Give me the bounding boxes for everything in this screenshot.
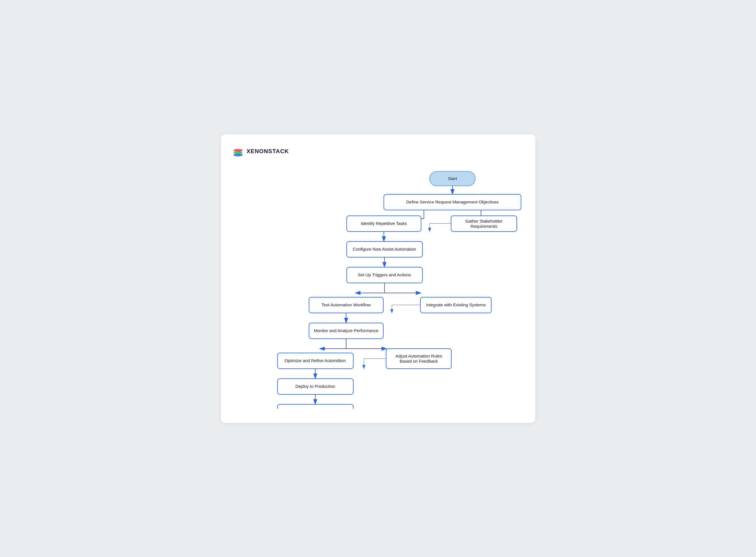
define-label: Define Service Request Management Object… — [406, 199, 499, 204]
start-label: Start — [448, 176, 457, 181]
logo: XENONSTACK — [232, 146, 524, 157]
deploy-label: Deploy to Production — [295, 383, 335, 388]
flowchart-svg: Start Define Service Request Management … — [232, 166, 524, 409]
adjust-label1: Adjust Automation Rules — [395, 353, 442, 358]
optimize-label: Optimize and Refine Automittion — [284, 358, 346, 363]
setup-label: Set Up Triggers and Actions — [358, 272, 411, 277]
test-label: Test Automation Workflow — [321, 302, 371, 307]
logo-text: XENONSTACK — [247, 148, 289, 155]
gather-label2: Requirements — [470, 224, 497, 228]
adjust-label2: Based on Feedback — [400, 358, 438, 363]
logo-icon — [232, 146, 244, 157]
configure-label: Configure Now Assist Automation — [353, 246, 416, 251]
svg-point-2 — [234, 149, 243, 152]
main-card: XENONSTACK Start Define Servic — [221, 134, 535, 423]
flowchart-diagram: Start Define Service Request Management … — [232, 166, 524, 409]
integrate-label: Integrate with Existing Systems — [426, 302, 485, 307]
continuous-node — [278, 404, 353, 409]
gather-label: Gather Stakeholder — [465, 218, 502, 223]
identify-label: Identify Repetitive Tasks — [361, 221, 407, 226]
monitor-label: Monitor and Analyze Performance — [314, 328, 378, 333]
